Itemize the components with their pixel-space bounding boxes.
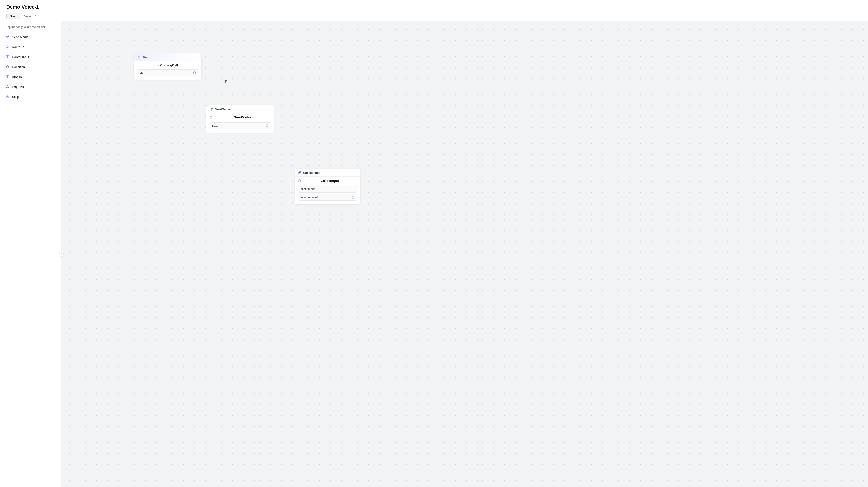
drag-handle-send-media: ⋮⋮ <box>50 35 56 39</box>
send-media-node: SendMedia SendMedia next <box>206 105 274 133</box>
start-port-ok-dot[interactable] <box>193 71 196 74</box>
start-node-title: Start <box>142 56 149 59</box>
condition-icon <box>5 65 10 69</box>
sidebar: Drop the widgets into the builder Send M… <box>0 21 61 487</box>
widget-list: Send Media ⋮⋮ Route To <box>0 32 61 101</box>
start-port-ok-label: ok <box>140 71 143 74</box>
widget-branch[interactable]: Branch ⋮⋮ <box>2 72 59 82</box>
script-icon <box>5 94 10 99</box>
top-bar: Demo Voice-1 Draft Version 1 <box>0 0 868 21</box>
drag-handle-script: ⋮⋮ <box>50 95 56 99</box>
collect-input-node-name: CollectInput <box>303 179 357 183</box>
drag-handle-route-to: ⋮⋮ <box>50 45 56 49</box>
location-icon <box>137 56 141 59</box>
collect-input-port-end-label: endOfInput <box>301 188 315 191</box>
drag-handle-collect-input: ⋮⋮ <box>50 55 56 59</box>
branch-icon <box>5 74 10 79</box>
start-node-name: InComingCall <box>137 63 198 67</box>
widget-route-to[interactable]: Route To ⋮⋮ <box>2 42 59 52</box>
collect-input-node: CollectInput CollectInput endOfInput inc… <box>294 168 360 204</box>
page-title: Demo Voice-1 <box>6 4 862 10</box>
collect-input-port-incorrect-label: incorrectInput <box>301 196 318 199</box>
widget-branch-label: Branch <box>12 75 22 78</box>
sidebar-hint: Drop the widgets into the builder <box>0 25 61 32</box>
widget-condition-label: Condition <box>12 65 25 69</box>
collect-input-header-icon <box>298 171 302 175</box>
send-media-node-name: SendMedia <box>214 116 271 119</box>
svg-rect-6 <box>299 172 301 174</box>
tab-draft[interactable]: Draft <box>6 13 20 19</box>
send-media-port-next: next <box>210 122 271 129</box>
svg-point-5 <box>139 57 140 57</box>
svg-rect-2 <box>6 56 9 58</box>
widget-script[interactable]: Script ⋮⋮ <box>2 92 59 101</box>
collect-input-node-title: CollectInput <box>303 171 319 174</box>
main-area: Drop the widgets into the builder Send M… <box>0 21 868 487</box>
collect-input-port-end: endOfInput <box>298 186 357 193</box>
drag-handle-http-call: ⋮⋮ <box>50 85 56 89</box>
send-media-node-title: SendMedia <box>215 108 230 111</box>
cursor-indicator <box>223 78 229 85</box>
collect-input-node-body: CollectInput endOfInput incorrectInput <box>295 177 360 204</box>
send-media-port-next-dot[interactable] <box>266 124 268 127</box>
canvas[interactable]: Start InComingCall ok <box>61 21 868 487</box>
collect-input-port-end-dot[interactable] <box>352 188 354 191</box>
send-icon <box>5 35 10 39</box>
collect-input-port-incorrect-dot[interactable] <box>352 196 354 199</box>
send-media-port-next-label: next <box>212 124 218 127</box>
drag-handle-branch: ⋮⋮ <box>50 75 56 78</box>
svg-point-4 <box>7 86 8 88</box>
widget-send-media[interactable]: Send Media ⋮⋮ <box>2 32 59 42</box>
widget-http-call-label: Http Call <box>12 85 24 89</box>
collect-input-port-incorrect: incorrectInput <box>298 194 357 201</box>
widget-collect-input-label: Collect Input <box>12 55 29 59</box>
collect-icon <box>5 55 10 59</box>
tab-version1[interactable]: Version 1 <box>21 13 40 19</box>
collect-input-input-row: CollectInput <box>298 179 357 183</box>
route-icon <box>5 44 10 49</box>
version-tabs: Draft Version 1 <box>6 13 862 19</box>
svg-point-0 <box>7 46 8 47</box>
start-port-ok: ok <box>137 69 198 76</box>
collect-input-node-header: CollectInput <box>295 169 360 177</box>
widget-route-to-label: Route To <box>12 45 24 49</box>
svg-point-1 <box>6 45 9 48</box>
widget-condition[interactable]: Condition ⋮⋮ <box>2 62 59 72</box>
svg-point-3 <box>6 86 9 88</box>
start-node: Start InComingCall ok <box>134 53 202 80</box>
widget-http-call[interactable]: Http Call ⋮⋮ <box>2 82 59 92</box>
start-node-body: InComingCall ok <box>134 61 202 80</box>
sidebar-collapse-button[interactable] <box>59 252 64 257</box>
collect-input-input-dot[interactable] <box>298 180 301 182</box>
send-media-node-body: SendMedia next <box>207 113 274 133</box>
start-node-header: Start <box>134 53 202 61</box>
send-media-input-dot[interactable] <box>210 116 212 119</box>
widget-send-media-label: Send Media <box>12 35 28 39</box>
send-media-input-row: SendMedia <box>210 116 271 119</box>
http-icon <box>5 85 10 89</box>
send-media-header-icon <box>210 107 213 111</box>
send-media-node-header: SendMedia <box>207 105 274 113</box>
app-container: Demo Voice-1 Draft Version 1 Drop the wi… <box>0 0 868 487</box>
drag-handle-condition: ⋮⋮ <box>50 65 56 69</box>
widget-collect-input[interactable]: Collect Input ⋮⋮ <box>2 52 59 62</box>
widget-script-label: Script <box>12 95 20 99</box>
